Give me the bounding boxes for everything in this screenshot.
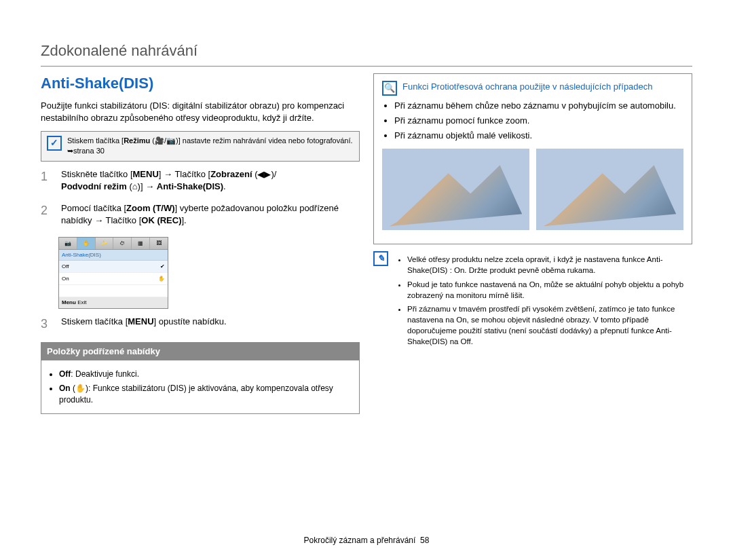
steps-list: 1 Stiskněte tlačítko [MENU] → Tlačítko [… [41, 168, 360, 227]
check-icon: ✓ [47, 136, 62, 151]
step-3: 3 Stiskem tlačítka [MENU] opustíte nabíd… [41, 316, 360, 333]
usecase-list: Při záznamu během chůze nebo záznamu v p… [382, 100, 683, 143]
usecase-title: Funkci Protiotřesová ochrana použijte v … [402, 81, 683, 93]
right-column: 🔍 Funkci Protiotřesová ochrana použijte … [373, 73, 692, 415]
submenu-list: Off: Deaktivuje funkci. On (✋): Funkce s… [47, 369, 354, 405]
step-number: 3 [41, 316, 53, 333]
list-item: Při záznamu v tmavém prostředí při vysok… [407, 303, 692, 347]
mode-callout: ✓ Stiskem tlačítka [Režimu (🎥/📷)] nastav… [41, 131, 360, 162]
menu-row-empty [59, 285, 168, 297]
menu-heading: Anti-Shake(DIS) [59, 250, 168, 261]
tab-icon: 📷 [59, 238, 77, 249]
tab-icon: 🖼 [150, 238, 168, 249]
menu-row-on: On ✋ [59, 273, 168, 285]
list-item: Off: Deaktivuje funkci. [59, 369, 354, 380]
check-icon: ✔ [160, 263, 165, 270]
list-item: Při záznamu pomocí funkce zoom. [394, 115, 683, 127]
tab-icon: ✋ [77, 238, 96, 249]
menu-item-label: Off [62, 263, 69, 270]
callout-text: Stiskem tlačítka [Režimu (🎥/📷)] nastavte… [67, 136, 354, 157]
page-footer: Pokročilý záznam a přehrávání 58 [0, 535, 733, 546]
step-number: 2 [41, 202, 53, 227]
menu-tabs: 📷 ✋ ✨ ⏱ ▦ 🖼 [59, 238, 168, 250]
example-image-sharp [536, 149, 683, 230]
submenu-box: Položky podřízené nabídky Off: Deaktivuj… [41, 342, 360, 415]
step-1: 1 Stiskněte tlačítko [MENU] → Tlačítko [… [41, 168, 360, 193]
section-heading: Anti-Shake(DIS) [41, 73, 360, 94]
step-body: Stiskněte tlačítko [MENU] → Tlačítko [Zo… [61, 168, 360, 193]
list-item: On (✋): Funkce stabilizátoru (DIS) je ak… [59, 383, 354, 406]
pencil-icon: ✎ [373, 251, 388, 266]
tab-icon: ⏱ [113, 238, 132, 249]
list-item: Při záznamu objektů malé velikosti. [394, 130, 683, 142]
menu-screenshot: 📷 ✋ ✨ ⏱ ▦ 🖼 Anti-Shake(DIS) Off ✔ On ✋ [58, 237, 168, 309]
usecase-box: 🔍 Funkci Protiotřesová ochrana použijte … [373, 73, 692, 245]
step-2: 2 Pomocí tlačítka [Zoom (T/W)] vyberte p… [41, 202, 360, 227]
tab-icon: ✨ [96, 238, 114, 249]
step-body: Stiskem tlačítka [MENU] opustíte nabídku… [61, 316, 360, 333]
magnify-icon: 🔍 [382, 81, 397, 96]
list-item: Velké otřesy produktu nelze zcela opravi… [407, 254, 692, 276]
menu-item-label: On [62, 275, 69, 282]
footer-label: Pokročilý záznam a přehrávání [304, 536, 416, 545]
note-list: Velké otřesy produktu nelze zcela opravi… [395, 254, 692, 350]
page-title: Zdokonalené nahrávání [41, 41, 692, 67]
example-images [382, 149, 683, 230]
menu-footer: Menu Exit [59, 297, 168, 307]
submenu-title: Položky podřízené nabídky [41, 343, 359, 360]
list-item: Při záznamu během chůze nebo záznamu v p… [394, 100, 683, 112]
example-image-blur [382, 149, 529, 230]
manual-page: Zdokonalené nahrávání Anti-Shake(DIS) Po… [0, 0, 733, 560]
menu-row-off: Off ✔ [59, 261, 168, 273]
hand-icon: ✋ [158, 275, 165, 282]
step-number: 1 [41, 168, 53, 193]
list-item: Pokud je tato funkce nastavená na On, mů… [407, 279, 692, 301]
columns: Anti-Shake(DIS) Použijte funkci stabiliz… [41, 73, 692, 415]
step-body: Pomocí tlačítka [Zoom (T/W)] vyberte pož… [61, 202, 360, 227]
page-number: 58 [420, 536, 429, 545]
usecase-head: 🔍 Funkci Protiotřesová ochrana použijte … [382, 81, 683, 96]
intro-text: Použijte funkci stabilizátoru (DIS: digi… [41, 100, 360, 124]
tab-icon: ▦ [132, 238, 150, 249]
submenu-body: Off: Deaktivuje funkci. On (✋): Funkce s… [41, 360, 359, 413]
note-section: ✎ Velké otřesy produktu nelze zcela opra… [373, 251, 692, 352]
left-column: Anti-Shake(DIS) Použijte funkci stabiliz… [41, 73, 360, 415]
